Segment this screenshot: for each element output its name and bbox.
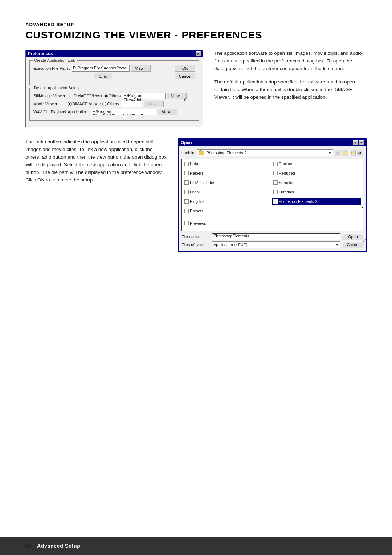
filename-label: File name: [181,234,211,239]
preferences-close-button[interactable]: ✕ [196,51,201,56]
file-item-legal[interactable]: Legal [183,189,272,195]
wav-label: WAV File Playback Application : [33,110,90,114]
view-button-4[interactable]: View... [158,109,177,115]
open-help-button[interactable]: ? [353,140,358,145]
cursor-icon: ↙ [183,96,188,102]
file-icon-recipes [273,162,278,166]
bottom-para: The radio button indicates the applicati… [25,138,167,184]
execution-row: Execution File Path : F:\Program Files\A… [33,65,195,79]
ok-button[interactable]: OK [175,65,195,72]
link-row: Link [33,73,171,79]
file-item-plugins[interactable]: Plug-Ins [183,198,272,205]
execution-input[interactable]: F:\Program Files\Adobe\Photo [72,65,130,72]
lookin-dropdown[interactable]: Photoshop Elements 2 [197,149,333,156]
lookin-label: Look in: [181,151,196,155]
dimage-radio-option: DiMAGE Viewer [69,94,102,98]
file-icon-required [273,171,278,175]
lookin-row: Look in: Photoshop Elements 2 ← 📁 📂 [181,149,363,156]
file-item-presets[interactable]: Presets [183,208,272,214]
open-toolbar: ← 📁 📂 ≡▾ [335,150,363,156]
page-title: Customizing the Viewer - Preferences [25,29,367,41]
open-button[interactable]: Open ↙ [343,233,363,240]
default-app-section: Default Application Setup Still-image Vi… [29,88,199,121]
open-dialog-container: Open ? ✕ Look in: Photoshop Elements 2 [178,138,367,252]
filename-input[interactable]: PhotoshopElements [212,233,340,240]
file-item-required[interactable]: Required [272,170,361,176]
bottom-left-text: The radio button indicates the applicati… [25,138,167,252]
up-icon[interactable]: 📁 [342,150,348,156]
view-button-3[interactable]: View... [144,101,163,107]
wav-input[interactable]: F:\Program Files\QuickTime\QuickTimePlay [91,109,156,115]
lookin-dropdown-arrow [328,152,331,154]
cancel-btn-group: Cancel [343,241,363,248]
file-icon-plugins [184,199,189,204]
others-radio-option: Others [104,94,121,98]
back-icon[interactable]: ← [335,150,341,156]
file-icon-htmlpalettes [184,180,189,185]
file-icon-presets [184,209,189,213]
file-area: Help Recipes Helpers Required [181,159,363,231]
bottom-section: The radio button indicates the applicati… [25,138,367,252]
wav-row: WAV File Playback Application : F:\Progr… [33,109,195,115]
dimage-movie-radio-option: DiMAGE Viewer [68,102,101,106]
file-item-htmlpalettes[interactable]: HTMLPalettes [183,179,272,186]
top-right-text: The application software to open still i… [214,50,367,127]
view-icon[interactable]: ≡▾ [356,150,363,156]
file-item-helpers[interactable]: Helpers [183,170,272,176]
file-item-previews[interactable]: Previews [183,220,272,227]
open-btn-group: Open ↙ [343,233,363,240]
view-button-1[interactable]: View... [131,65,151,72]
file-item-photoshopelements[interactable]: Photoshop Elements 2 ↙ [272,198,361,205]
section-label: Advanced Setup [25,22,367,27]
preferences-titlebar: Preferences ✕ [26,50,203,57]
filetype-dropdown[interactable]: Application (*.EXE) [212,241,340,248]
dimage-movie-radio[interactable] [68,102,72,106]
file-icon-photoshopelements [273,199,278,204]
section2-title: Default Application Setup [33,86,80,90]
lookin-value: Photoshop Elements 2 [207,151,247,155]
others-movie-radio-option: Others [102,102,119,106]
create-app-link-section: Create Application Link Execution File P… [29,60,199,85]
footer-label: Advanced Setup [37,543,81,549]
file-item-help[interactable]: Help [183,160,272,167]
movie-label: Movie Viewer : [33,102,66,106]
view-button-2[interactable]: View... ↙ [167,93,187,99]
preferences-title: Preferences [28,51,53,56]
movie-viewer-row: Movie Viewer : DiMAGE Viewer Others View… [33,101,195,107]
cursor-icon-3: ↙ [362,237,366,243]
footer-page: 80 [25,543,31,549]
file-item-tutorials[interactable]: Tutorials [272,189,361,195]
preferences-body: Create Application Link Execution File P… [26,57,203,127]
still-image-row: Still-image Viewer : DiMAGE Viewer Other… [33,93,195,99]
open-titlebar: Open ? ✕ [179,139,366,146]
section1-title: Create Application Link [33,58,77,62]
open-title: Open [181,140,192,145]
link-button[interactable]: Link [94,73,112,79]
top-para2: The default application setup specifies … [214,78,367,101]
open-close-button[interactable]: ✕ [359,140,364,145]
file-item-samples[interactable]: Samples [272,179,361,186]
file-icon-samples [273,180,278,185]
cancel-button-open[interactable]: Cancel [343,241,363,248]
movie-others-input[interactable] [121,101,142,107]
filetype-row: Files of type: Application (*.EXE) Cance… [181,241,363,248]
filetype-dropdown-arrow [336,244,339,246]
execution-path-row: Execution File Path : F:\Program Files\A… [33,65,171,72]
file-item-recipes[interactable]: Recipes [272,160,361,167]
others-radio[interactable] [104,94,108,98]
others-path-input[interactable]: F:\Program Files\Adobe [122,93,166,99]
open-dialog: Open ? ✕ Look in: Photoshop Elements 2 [178,138,367,252]
lookin-folder-icon [199,151,204,155]
filename-row: File name: PhotoshopElements Open ↙ [181,233,363,240]
top-section: Preferences ✕ Create Application Link Ex… [25,50,367,127]
cancel-button[interactable]: Cancel [175,73,195,79]
footer-bar: 80 Advanced Setup [0,537,392,555]
preferences-dialog-container: Preferences ✕ Create Application Link Ex… [25,50,203,127]
file-icon-tutorials [273,190,278,194]
file-icon-previews [184,221,189,225]
new-folder-icon[interactable]: 📂 [349,150,356,156]
file-icon-help [184,162,189,166]
filetype-label: Files of type: [181,242,211,247]
dimage-radio[interactable] [69,94,73,98]
others-movie-radio[interactable] [102,102,106,106]
